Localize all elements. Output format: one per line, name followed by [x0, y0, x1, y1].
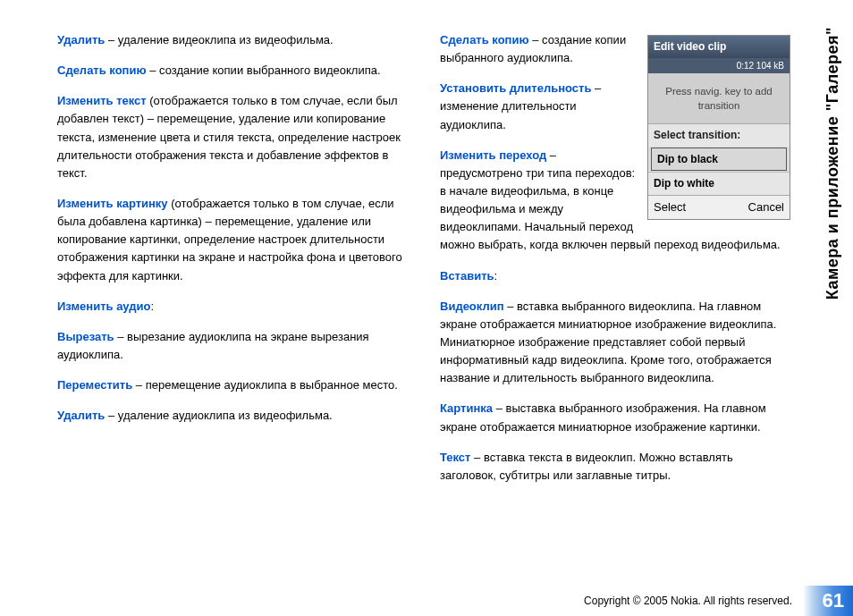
term-insert-text: : [494, 269, 498, 283]
right-column: Edit video clip 0:12 104 kB Press navig.… [440, 31, 790, 497]
page-number-box: 61 [803, 586, 853, 616]
term-copy: Сделать копию [57, 63, 147, 77]
phone-option-dip-white[interactable]: Dip to white [648, 172, 790, 195]
term-delete-audio-text: – удаление аудиоклипа из видеофильма. [105, 409, 332, 422]
chapter-tab: Камера и приложение "Галерея" [823, 27, 842, 300]
phone-hint: Press navig. key to add transition [648, 73, 790, 123]
term-copy-audio: Сделать копию [440, 33, 529, 46]
term-delete-audio: Удалить [57, 409, 105, 422]
term-move-text: – перемещение аудиоклипа в выбранное мес… [132, 378, 398, 392]
phone-option-dip-black[interactable]: Dip to black [651, 148, 787, 172]
phone-softkey-select[interactable]: Select [654, 198, 686, 216]
term-set-duration: Установить длительность [440, 81, 591, 95]
term-cut: Вырезать [57, 330, 114, 343]
phone-title: Edit video clip [648, 36, 790, 58]
term-insert: Вставить [440, 269, 494, 283]
term-copy-text: – создание копии выбранного видеоклипа. [147, 63, 381, 77]
page-number: 61 [823, 589, 844, 612]
term-move: Переместить [57, 378, 132, 392]
term-videoclip: Видеоклип [440, 300, 504, 313]
term-text-text: – вставка текста в видеоклип. Можно вста… [440, 451, 733, 482]
term-change-transition: Изменить переход [440, 148, 546, 162]
left-column: Удалить – удаление видеоклипа из видеофи… [57, 31, 408, 497]
term-delete: Удалить [57, 33, 105, 46]
term-delete-text: – удаление видеоклипа из видеофильма. [105, 33, 333, 46]
phone-status: 0:12 104 kB [648, 58, 790, 74]
term-edit-image: Изменить картинку [57, 197, 168, 210]
term-edit-audio-text: : [150, 300, 154, 313]
copyright: Copyright © 2005 Nokia. All rights reser… [584, 595, 792, 607]
term-edit-audio: Изменить аудио [57, 300, 150, 313]
phone-screenshot: Edit video clip 0:12 104 kB Press navig.… [647, 35, 790, 220]
term-picture: Картинка [440, 401, 493, 415]
term-edit-text: Изменить текст [57, 94, 147, 107]
term-text: Текст [440, 451, 470, 464]
phone-softkey-cancel[interactable]: Cancel [748, 198, 784, 216]
phone-select-label: Select transition: [648, 123, 790, 147]
